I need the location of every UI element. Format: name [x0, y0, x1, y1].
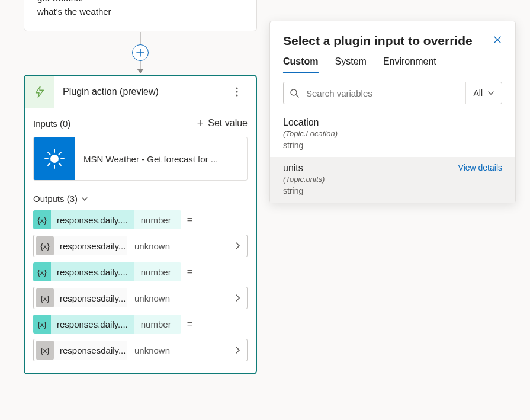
output-expression-row: {x} responsesdaily... unknown [33, 339, 248, 361]
card-header: Plugin action (preview) [25, 76, 256, 108]
chevron-right-icon [228, 242, 247, 250]
card-body: Inputs (0) + Set value [25, 108, 256, 373]
variable-results: Location (Topic.Location) string units (… [270, 111, 515, 203]
svg-line-13 [296, 95, 298, 97]
card-overflow-menu[interactable] [236, 87, 256, 97]
variable-type: number [134, 262, 181, 281]
variable-name: responses.daily.... [51, 262, 134, 281]
expression-picker[interactable]: {x} responsesdaily... unknown [33, 339, 248, 361]
svg-line-11 [59, 152, 62, 155]
svg-point-3 [50, 155, 59, 163]
search-variables-field[interactable]: All [283, 82, 502, 104]
tab-environment[interactable]: Environment [383, 56, 436, 73]
view-details-link[interactable]: View details [458, 163, 502, 172]
svg-line-9 [59, 163, 62, 166]
set-value-label: Set value [208, 118, 248, 129]
expression-type: unknown [127, 341, 177, 360]
panel-tabs: Custom System Environment [283, 56, 502, 73]
plus-icon [136, 49, 144, 57]
result-path: (Topic.Location) [283, 129, 502, 138]
outputs-header[interactable]: Outputs (3) [33, 194, 248, 204]
svg-point-2 [236, 94, 237, 96]
panel-title: Select a plugin input to override [283, 33, 473, 48]
output-variable-pill[interactable]: {x} responses.daily.... number [33, 315, 181, 334]
add-node-button[interactable] [132, 44, 149, 61]
svg-point-0 [236, 87, 237, 89]
filter-all-label: All [473, 88, 483, 98]
expression-name: responsesdaily... [54, 288, 127, 307]
variable-name: responses.daily.... [51, 315, 134, 334]
svg-point-1 [236, 91, 237, 92]
card-title: Plugin action (preview) [54, 86, 236, 97]
chevron-down-icon [81, 195, 88, 203]
expression-name: responsesdaily... [54, 236, 127, 255]
tab-system[interactable]: System [335, 56, 367, 73]
weather-tile [34, 137, 75, 181]
svg-point-12 [291, 89, 297, 95]
result-type: string [283, 140, 502, 150]
expression-name: responsesdaily... [54, 341, 127, 360]
output-expression-row: {x} responsesdaily... unknown [33, 287, 248, 309]
expression-picker[interactable]: {x} responsesdaily... unknown [33, 235, 248, 257]
trigger-line: get weather [37, 0, 243, 5]
variable-chip-icon: {x} [36, 288, 54, 307]
expression-picker[interactable]: {x} responsesdaily... unknown [33, 287, 248, 309]
variable-name: responses.daily.... [51, 210, 134, 229]
svg-line-10 [48, 163, 50, 166]
expression-type: unknown [127, 288, 177, 307]
search-icon [284, 88, 305, 98]
trigger-line: what's the weather [37, 5, 243, 18]
sun-icon [43, 147, 66, 171]
variable-chip-icon: {x} [33, 210, 51, 229]
variable-result-item[interactable]: Location (Topic.Location) string [270, 111, 515, 157]
output-row: {x} responses.daily.... number = [33, 261, 248, 283]
svg-line-8 [48, 152, 50, 155]
output-row: {x} responses.daily.... number = [33, 313, 248, 335]
variable-chip-icon: {x} [36, 341, 54, 360]
output-variable-pill[interactable]: {x} responses.daily.... number [33, 262, 181, 281]
variable-type: number [134, 315, 181, 334]
plugin-item-label: MSN Weather - Get forecast for ... [75, 154, 226, 164]
close-icon [493, 35, 502, 44]
variable-result-item[interactable]: units (Topic.units) string View details [270, 157, 515, 203]
result-type: string [283, 186, 502, 195]
search-input[interactable] [305, 88, 465, 99]
result-name: Location [283, 117, 502, 128]
plugin-connector-item[interactable]: MSN Weather - Get forecast for ... [33, 137, 248, 181]
variable-type: number [134, 210, 181, 229]
plugin-icon [25, 76, 54, 108]
expression-type: unknown [127, 236, 177, 255]
lightning-icon [33, 85, 46, 98]
equals-sign: = [187, 319, 192, 329]
kebab-icon [236, 87, 238, 97]
plugin-action-card[interactable]: Plugin action (preview) Inputs (0) + Set… [24, 75, 257, 374]
inputs-header: Inputs (0) [33, 118, 70, 129]
tab-custom[interactable]: Custom [283, 56, 319, 73]
filter-all-dropdown[interactable]: All [465, 82, 502, 104]
result-path: (Topic.units) [283, 175, 502, 184]
variable-chip-icon: {x} [33, 262, 51, 281]
input-override-panel: Select a plugin input to override Custom… [269, 21, 516, 203]
equals-sign: = [187, 267, 192, 277]
output-expression-row: {x} responsesdaily... unknown [33, 235, 248, 257]
trigger-phrase-card[interactable]: get weather what's the weather [24, 0, 257, 31]
output-variable-pill[interactable]: {x} responses.daily.... number [33, 210, 181, 229]
variable-chip-icon: {x} [33, 315, 51, 334]
set-value-button[interactable]: + Set value [197, 118, 248, 129]
close-button[interactable] [493, 33, 502, 44]
equals-sign: = [187, 214, 192, 225]
chevron-right-icon [228, 346, 247, 354]
variable-chip-icon: {x} [36, 236, 54, 255]
plus-icon: + [197, 118, 204, 129]
chevron-down-icon [487, 89, 494, 97]
outputs-label-text: Outputs (3) [33, 194, 78, 204]
chevron-right-icon [228, 294, 247, 302]
arrow-down-icon [137, 69, 144, 73]
output-row: {x} responses.daily.... number = [33, 209, 248, 231]
